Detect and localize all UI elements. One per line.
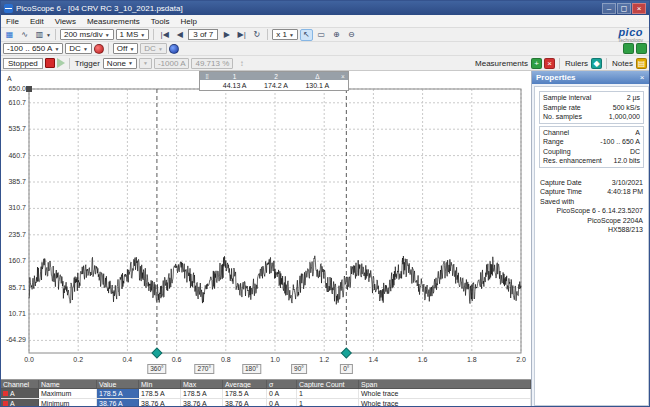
view-options-button[interactable]: ▥ — [33, 29, 46, 41]
meas-header-1: Name — [39, 380, 97, 388]
trigger-threshold-input[interactable]: -1000 A — [154, 58, 190, 69]
ruler-1-header: 1 — [214, 73, 255, 80]
x-axis-label: 0.4 — [123, 356, 133, 363]
meas-cell-1: Maximum — [39, 389, 97, 398]
view-options-caret-icon[interactable]: ▼ — [46, 32, 51, 38]
caret-down-icon: ▼ — [105, 32, 110, 38]
next-buffer-button[interactable]: ▶ — [220, 29, 233, 41]
signal-generator-button[interactable] — [623, 43, 634, 54]
menu-views[interactable]: Views — [55, 17, 76, 26]
timebase-select[interactable]: 200 ms/div ▼ — [60, 29, 114, 40]
property-label: Capture Date — [540, 178, 582, 188]
property-label: Range — [543, 137, 564, 147]
meas-header-8: Span — [359, 380, 531, 388]
meas-cell-7: 1 — [297, 389, 359, 398]
samples-value: 1 MS — [120, 30, 139, 39]
scope-plot[interactable] — [1, 71, 531, 379]
meas-header-0: Channel — [1, 380, 39, 388]
menu-edit[interactable]: Edit — [30, 17, 44, 26]
zoom-in-tool-button[interactable]: ⊕ — [330, 29, 343, 41]
property-label: Res. enhancement — [543, 156, 602, 166]
pointer-tool-button[interactable]: ↖ — [300, 29, 313, 41]
prev-buffer-button[interactable]: ◀ — [173, 29, 186, 41]
meas-cell-4: 38.76 A — [181, 399, 223, 407]
properties-close-button[interactable]: × — [637, 73, 647, 82]
start-button[interactable] — [57, 58, 65, 68]
buffer-indicator: 3 of 7 — [188, 29, 218, 40]
trigger-toolbar: Stopped Trigger None ▼ ▼ -1000 A 49.713 … — [1, 56, 649, 71]
property-value: 1,000,000 — [609, 112, 640, 122]
channel-b-coupling-select[interactable]: DC ▼ — [140, 43, 167, 54]
toolbar-separator — [69, 58, 70, 69]
property-label: Sample rate — [543, 103, 581, 113]
menu-tools[interactable]: Tools — [151, 17, 170, 26]
minimize-button[interactable]: – — [602, 3, 616, 14]
samples-select[interactable]: 1 MS ▼ — [116, 29, 150, 40]
properties-header: Properties × — [532, 71, 650, 84]
menu-measurements[interactable]: Measurements — [87, 17, 140, 26]
pretrigger-spinner[interactable]: ↕ — [235, 57, 248, 69]
notes-button[interactable]: ▤ — [636, 58, 647, 69]
picoscope-window: PicoScope 6 - [04 CRV RC 3_10_2021.psdat… — [0, 0, 650, 407]
trigger-source-select[interactable]: ▼ — [139, 58, 152, 69]
caret-down-icon: ▼ — [158, 46, 163, 52]
pretrigger-input[interactable]: 49.713 % — [191, 58, 233, 69]
channel-a-range-select[interactable]: -100 .. 650 A ▼ — [3, 43, 63, 54]
toolbar-separator — [267, 29, 268, 40]
capture-info-group: Capture Date3/10/2021Capture Time4:40:18… — [537, 178, 646, 197]
y-axis-label: 235.7 — [1, 231, 26, 238]
menu-file[interactable]: File — [6, 17, 19, 26]
spectrum-view-button[interactable]: ∿ — [18, 29, 31, 41]
meas-cell-7: 1 — [297, 399, 359, 407]
probe-wizard-button[interactable] — [636, 43, 647, 54]
meas-cell-3: 38.76 A — [139, 399, 181, 407]
y-axis-unit: A — [7, 75, 12, 82]
x-axis-label: 1.8 — [467, 356, 477, 363]
property-label: Capture Time — [540, 187, 582, 197]
delete-measurement-button[interactable]: × — [544, 58, 555, 69]
channel-a-coupling-select[interactable]: DC ▼ — [65, 43, 92, 54]
rulers-label: Rulers — [565, 59, 588, 68]
maximize-button[interactable]: ◻ — [617, 3, 631, 14]
channel-name: A — [10, 390, 15, 397]
menu-help[interactable]: Help — [181, 17, 197, 26]
property-value: 500 kS/s — [613, 103, 640, 113]
ruler-legend-drag-handle[interactable]: ⣿ — [200, 72, 214, 80]
scope-view[interactable]: A 650.0610.7535.7460.7385.7310.7235.7160… — [1, 71, 531, 379]
trigger-mode-value: None — [107, 59, 126, 68]
last-buffer-button[interactable]: ▶| — [235, 29, 248, 41]
channel-a-swatch — [3, 391, 8, 396]
x-axis-label: 1.2 — [319, 356, 329, 363]
saved-with-value: PicoScope 6 - 6.14.23.5207 — [540, 206, 643, 216]
channel-b-options-button[interactable] — [169, 44, 179, 54]
pretrigger-value: 49.713 % — [195, 59, 229, 68]
property-row: Res. enhancement12.0 bits — [543, 156, 640, 166]
close-button[interactable]: × — [632, 3, 646, 14]
add-measurement-button[interactable]: + — [531, 58, 542, 69]
ruler-legend[interactable]: ⣿ 1 2 Δ × 44.13 A 174.2 A 130.1 A — [199, 71, 349, 91]
property-label: No. samples — [543, 112, 582, 122]
saved-with-label: Saved with — [540, 197, 574, 207]
zoom-window-tool-button[interactable]: ▭ — [315, 29, 328, 41]
zoom-out-tool-button[interactable]: ⊖ — [345, 29, 358, 41]
ruler-legend-close-button[interactable]: × — [338, 73, 348, 80]
property-row: Sample interval2 µs — [543, 93, 640, 103]
rulers-button[interactable]: ◆ — [591, 58, 602, 69]
property-row: CouplingDC — [543, 147, 640, 157]
meas-header-4: Max — [181, 380, 223, 388]
channels-toolbar: -100 .. 650 A ▼ DC ▼ Off ▼ DC ▼ — [1, 42, 649, 56]
channel-b-range-select[interactable]: Off ▼ — [113, 43, 138, 54]
trigger-mode-select[interactable]: None ▼ — [103, 58, 137, 69]
meas-header-2: Value — [97, 380, 139, 388]
property-row: Sample rate500 kS/s — [543, 103, 640, 113]
stop-button[interactable] — [45, 58, 55, 68]
meas-cell-0: A — [1, 399, 39, 407]
channel-a-options-button[interactable] — [94, 44, 104, 54]
measurement-row[interactable]: AMaximum178.5 A178.5 A178.5 A178.5 A0 A1… — [1, 389, 531, 399]
first-buffer-button[interactable]: |◀ — [158, 29, 171, 41]
zoom-select[interactable]: x 1 ▼ — [272, 29, 298, 40]
x-axis-label: 0.2 — [73, 356, 83, 363]
buffer-navigator-button[interactable]: ↻ — [250, 29, 263, 41]
measurement-row[interactable]: AMinimum38.76 A38.76 A38.76 A38.76 A0 A1… — [1, 399, 531, 407]
scope-view-button[interactable]: ▦ — [3, 29, 16, 41]
